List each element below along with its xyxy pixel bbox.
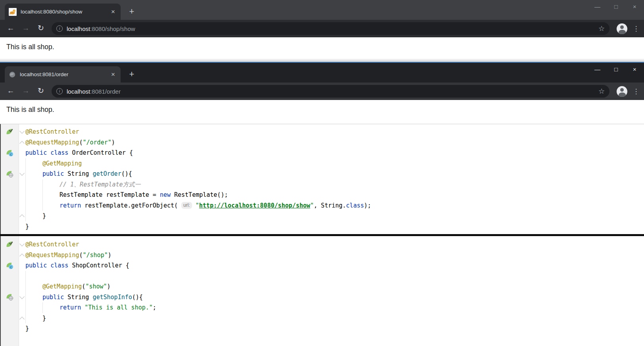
- code-editor-shop-controller[interactable]: @RestController@RequestMapping("/shop")c…: [0, 236, 644, 346]
- minimize-button[interactable]: —: [588, 63, 607, 77]
- indent-guide: [42, 302, 43, 313]
- code-text: @RestController: [1, 239, 644, 250]
- indent-guide: [42, 179, 43, 211]
- code-line[interactable]: }: [1, 221, 644, 232]
- code-line[interactable]: @RequestMapping("/order"): [1, 137, 644, 148]
- code-line[interactable]: cpublic class OrderController {: [1, 148, 644, 158]
- back-icon[interactable]: ←: [4, 85, 17, 98]
- reload-icon[interactable]: ↻: [34, 85, 48, 98]
- code-token: String: [67, 294, 92, 301]
- code-text: @RestController: [1, 127, 644, 137]
- page-info-icon[interactable]: i: [56, 88, 63, 94]
- code-token: }: [42, 212, 46, 219]
- code-token: }: [25, 325, 29, 332]
- spring-boot-icon[interactable]: [6, 241, 13, 248]
- request-mapping-icon[interactable]: [6, 170, 13, 178]
- tab-close-icon[interactable]: ×: [110, 71, 117, 78]
- code-token: , String.: [314, 202, 346, 209]
- code-text: @RequestMapping("/order"): [1, 137, 644, 148]
- tab-close-icon[interactable]: ×: [110, 8, 117, 15]
- back-icon[interactable]: ←: [4, 22, 17, 35]
- code-token: @GetMapping: [42, 283, 82, 290]
- browser-tab[interactable]: localhost:8081/order ×: [5, 66, 121, 83]
- browser-window-shop: localhost:8080/shop/show × + — □ × ← → ↻…: [0, 0, 644, 62]
- code-token: }: [25, 223, 29, 230]
- code-token: (){: [121, 170, 132, 177]
- code-token: getShopInfo: [92, 294, 132, 301]
- code-token: (: [79, 252, 83, 259]
- bookmark-star-icon[interactable]: ☆: [596, 24, 607, 33]
- maximize-button[interactable]: □: [607, 63, 625, 77]
- code-token: public class: [25, 262, 72, 269]
- browser-toolbar: ← → ↻ i localhost:8081/order ☆ ⋮: [0, 83, 644, 100]
- page-text: This is all shop.: [0, 100, 644, 114]
- code-line[interactable]: [1, 271, 644, 282]
- maximize-button[interactable]: □: [607, 0, 625, 14]
- spring-class-icon[interactable]: c: [6, 262, 13, 269]
- code-line[interactable]: @RestController: [1, 239, 644, 250]
- profile-avatar[interactable]: [617, 86, 627, 97]
- spring-boot-icon[interactable]: [6, 128, 13, 136]
- new-tab-button[interactable]: +: [126, 6, 137, 17]
- code-token: ): [111, 139, 115, 146]
- url-path: :8080/shop/show: [90, 25, 135, 32]
- code-token: class: [346, 202, 364, 209]
- code-line[interactable]: }: [1, 313, 644, 324]
- code-line[interactable]: @GetMapping: [1, 158, 644, 169]
- browser-tab[interactable]: localhost:8080/shop/show ×: [5, 4, 121, 20]
- code-text: RestTemplate restTemplate = new RestTemp…: [1, 190, 644, 200]
- code-token: [192, 202, 196, 209]
- browser-menu-icon[interactable]: ⋮: [632, 87, 640, 96]
- tab-title: localhost:8081/order: [20, 71, 106, 77]
- code-token: "show": [85, 283, 107, 290]
- code-token: getOrder: [92, 170, 121, 177]
- code-token: ShopController {: [72, 262, 129, 269]
- profile-avatar[interactable]: [617, 23, 627, 34]
- code-text: @RequestMapping("/shop"): [1, 250, 644, 261]
- close-button[interactable]: ×: [625, 63, 644, 77]
- url-host: localhost: [67, 25, 90, 32]
- code-line[interactable]: return restTemplate.getForObject( url: "…: [1, 200, 644, 211]
- code-token: public class: [25, 149, 72, 156]
- code-token: @GetMapping: [42, 160, 82, 167]
- code-line[interactable]: cpublic class ShopController {: [1, 260, 644, 271]
- bookmark-star-icon[interactable]: ☆: [596, 87, 607, 96]
- code-line[interactable]: @RestController: [1, 127, 644, 137]
- code-line[interactable]: }: [1, 323, 644, 334]
- code-token: // 1、RestTemplate方式一: [60, 181, 141, 188]
- code-line[interactable]: return "This is all shop.";: [1, 302, 644, 313]
- code-token: (: [79, 139, 83, 146]
- code-token: ": [196, 202, 199, 209]
- code-line[interactable]: public String getOrder(){: [1, 169, 644, 179]
- forward-icon[interactable]: →: [19, 85, 33, 98]
- forward-icon[interactable]: →: [19, 22, 33, 35]
- code-token: @RestController: [25, 128, 79, 135]
- code-line[interactable]: public String getShopInfo(){: [1, 292, 644, 303]
- url-bar[interactable]: i localhost:8081/order ☆: [52, 85, 609, 98]
- code-text: }: [1, 211, 644, 221]
- spring-class-icon[interactable]: c: [6, 149, 13, 157]
- minimize-button[interactable]: —: [588, 0, 607, 14]
- code-line[interactable]: RestTemplate restTemplate = new RestTemp…: [1, 190, 644, 200]
- code-token: RestTemplate();: [171, 191, 228, 198]
- svg-text:c: c: [10, 265, 12, 269]
- page-info-icon[interactable]: i: [56, 25, 63, 32]
- close-button[interactable]: ×: [625, 0, 644, 14]
- new-tab-button[interactable]: +: [126, 69, 137, 80]
- url-host: localhost: [67, 88, 90, 95]
- request-mapping-icon[interactable]: [6, 293, 13, 301]
- url-path: :8081/order: [90, 88, 121, 95]
- code-token: @RequestMapping: [25, 139, 79, 146]
- page-content: This is all shop.: [0, 37, 644, 62]
- code-token: RestTemplate restTemplate =: [60, 191, 160, 198]
- code-line[interactable]: }: [1, 211, 644, 221]
- code-text: }: [1, 313, 644, 324]
- code-token: }: [42, 315, 46, 322]
- url-bar[interactable]: i localhost:8080/shop/show ☆: [52, 22, 609, 35]
- code-line[interactable]: // 1、RestTemplate方式一: [1, 179, 644, 190]
- reload-icon[interactable]: ↻: [34, 22, 48, 35]
- code-line[interactable]: @RequestMapping("/shop"): [1, 250, 644, 261]
- code-line[interactable]: @GetMapping("show"): [1, 281, 644, 292]
- browser-menu-icon[interactable]: ⋮: [632, 25, 640, 33]
- code-editor-order-controller[interactable]: @RestController@RequestMapping("/order")…: [0, 124, 644, 234]
